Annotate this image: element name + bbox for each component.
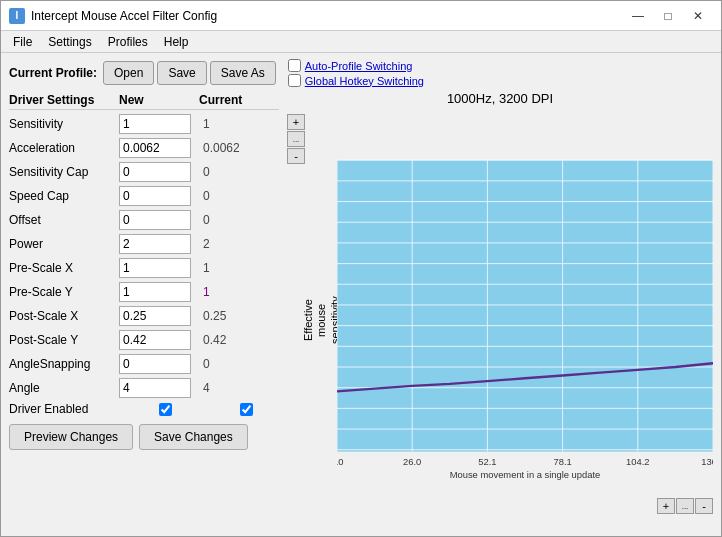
table-row: Pre-Scale X1	[9, 256, 279, 280]
save-button[interactable]: Save	[157, 61, 206, 85]
setting-input-11[interactable]	[119, 378, 191, 398]
setting-input-7[interactable]	[119, 282, 191, 302]
zoom-dots-button[interactable]: ...	[287, 131, 305, 147]
setting-name-3: Speed Cap	[9, 189, 119, 203]
setting-name-4: Offset	[9, 213, 119, 227]
setting-name-10: AngleSnapping	[9, 357, 119, 371]
zoom-minus-button[interactable]: -	[287, 148, 305, 164]
chart-container: + ... - Effective mouse sensitivity	[287, 110, 713, 530]
setting-input-8[interactable]	[119, 306, 191, 326]
setting-input-4[interactable]	[119, 210, 191, 230]
setting-name-7: Pre-Scale Y	[9, 285, 119, 299]
svg-text:104.2: 104.2	[626, 456, 649, 467]
preview-changes-button[interactable]: Preview Changes	[9, 424, 133, 450]
setting-current-8: 0.25	[199, 309, 269, 323]
global-hotkey-row: Global Hotkey Switching	[288, 74, 424, 87]
setting-current-0: 1	[199, 117, 269, 131]
table-row: Speed Cap0	[9, 184, 279, 208]
setting-name-6: Pre-Scale X	[9, 261, 119, 275]
header-current: Current	[199, 93, 269, 107]
driver-enabled-row: Driver Enabled	[9, 400, 279, 418]
chart-svg: 1.4 1.3 1.1 1.0 0.8 0.7 0.6 0.4 0.3 0.1 …	[337, 110, 713, 530]
svg-text:26.0: 26.0	[403, 456, 421, 467]
driver-enabled-label: Driver Enabled	[9, 402, 119, 416]
zoom-bottom-dots-button[interactable]: ...	[676, 498, 694, 514]
setting-input-6[interactable]	[119, 258, 191, 278]
setting-current-10: 0	[199, 357, 269, 371]
global-hotkey-label[interactable]: Global Hotkey Switching	[305, 75, 424, 87]
setting-name-11: Angle	[9, 381, 119, 395]
setting-name-5: Power	[9, 237, 119, 251]
chart-title: 1000Hz, 3200 DPI	[287, 91, 713, 106]
setting-current-2: 0	[199, 165, 269, 179]
chart-plot: 1.4 1.3 1.1 1.0 0.8 0.7 0.6 0.4 0.3 0.1 …	[337, 110, 713, 530]
menu-profiles[interactable]: Profiles	[100, 33, 156, 51]
auto-profile-label[interactable]: Auto-Profile Switching	[305, 60, 413, 72]
setting-input-3[interactable]	[119, 186, 191, 206]
table-row: Pre-Scale Y1	[9, 280, 279, 304]
auto-profile-checkbox[interactable]	[288, 59, 301, 72]
table-row: Acceleration0.0062	[9, 136, 279, 160]
header-new: New	[119, 93, 199, 107]
window-controls: — □ ✕	[623, 4, 713, 28]
setting-name-8: Post-Scale X	[9, 309, 119, 323]
setting-input-2[interactable]	[119, 162, 191, 182]
table-row: Offset0	[9, 208, 279, 232]
maximize-button[interactable]: □	[653, 4, 683, 28]
svg-text:0.0: 0.0	[337, 456, 344, 467]
menu-help[interactable]: Help	[156, 33, 197, 51]
zoom-bottom-plus-button[interactable]: +	[657, 498, 675, 514]
settings-header: Driver Settings New Current	[9, 91, 279, 110]
title-bar: I Intercept Mouse Accel Filter Config — …	[1, 1, 721, 31]
setting-name-0: Sensitivity	[9, 117, 119, 131]
save-changes-button[interactable]: Save Changes	[139, 424, 248, 450]
svg-text:Mouse movement in a single upd: Mouse movement in a single update	[450, 469, 601, 480]
close-button[interactable]: ✕	[683, 4, 713, 28]
table-row: Sensitivity Cap0	[9, 160, 279, 184]
profile-options: Auto-Profile Switching Global Hotkey Swi…	[288, 59, 424, 87]
title-bar-left: I Intercept Mouse Accel Filter Config	[9, 8, 217, 24]
open-button[interactable]: Open	[103, 61, 154, 85]
setting-input-9[interactable]	[119, 330, 191, 350]
header-driver: Driver Settings	[9, 93, 119, 107]
setting-name-2: Sensitivity Cap	[9, 165, 119, 179]
table-row: Sensitivity1	[9, 112, 279, 136]
chart-area: 1000Hz, 3200 DPI + ... - Effective mouse…	[287, 91, 713, 530]
setting-name-1: Acceleration	[9, 141, 119, 155]
menu-bar: File Settings Profiles Help	[1, 31, 721, 53]
setting-current-7: 1	[199, 285, 269, 299]
setting-input-10[interactable]	[119, 354, 191, 374]
profile-buttons: Open Save Save As	[103, 61, 276, 85]
setting-current-9: 0.42	[199, 333, 269, 347]
bottom-zoom-buttons: + ... -	[657, 498, 713, 514]
zoom-bottom-minus-button[interactable]: -	[695, 498, 713, 514]
table-row: Post-Scale X0.25	[9, 304, 279, 328]
menu-settings[interactable]: Settings	[40, 33, 99, 51]
chart-y-label: Effective mouse sensitivity	[307, 110, 337, 530]
table-row: Post-Scale Y0.42	[9, 328, 279, 352]
left-panel: Driver Settings New Current Sensitivity1…	[9, 91, 279, 530]
driver-enabled-new-checkbox[interactable]	[159, 403, 172, 416]
zoom-plus-button[interactable]: +	[287, 114, 305, 130]
table-row: AngleSnapping0	[9, 352, 279, 376]
setting-current-4: 0	[199, 213, 269, 227]
global-hotkey-checkbox[interactable]	[288, 74, 301, 87]
setting-current-6: 1	[199, 261, 269, 275]
setting-input-5[interactable]	[119, 234, 191, 254]
save-as-button[interactable]: Save As	[210, 61, 276, 85]
svg-rect-0	[337, 160, 713, 451]
bottom-buttons: Preview Changes Save Changes	[9, 418, 279, 450]
current-profile-label: Current Profile:	[9, 66, 97, 80]
table-row: Angle4	[9, 376, 279, 400]
auto-profile-row: Auto-Profile Switching	[288, 59, 424, 72]
minimize-button[interactable]: —	[623, 4, 653, 28]
settings-rows: Sensitivity1Acceleration0.0062Sensitivit…	[9, 112, 279, 400]
profile-section: Current Profile: Open Save Save As Auto-…	[9, 59, 713, 87]
svg-text:130.2: 130.2	[701, 456, 713, 467]
menu-file[interactable]: File	[5, 33, 40, 51]
setting-current-5: 2	[199, 237, 269, 251]
setting-input-1[interactable]	[119, 138, 191, 158]
setting-input-0[interactable]	[119, 114, 191, 134]
window-title: Intercept Mouse Accel Filter Config	[31, 9, 217, 23]
content-area: Current Profile: Open Save Save As Auto-…	[1, 53, 721, 536]
